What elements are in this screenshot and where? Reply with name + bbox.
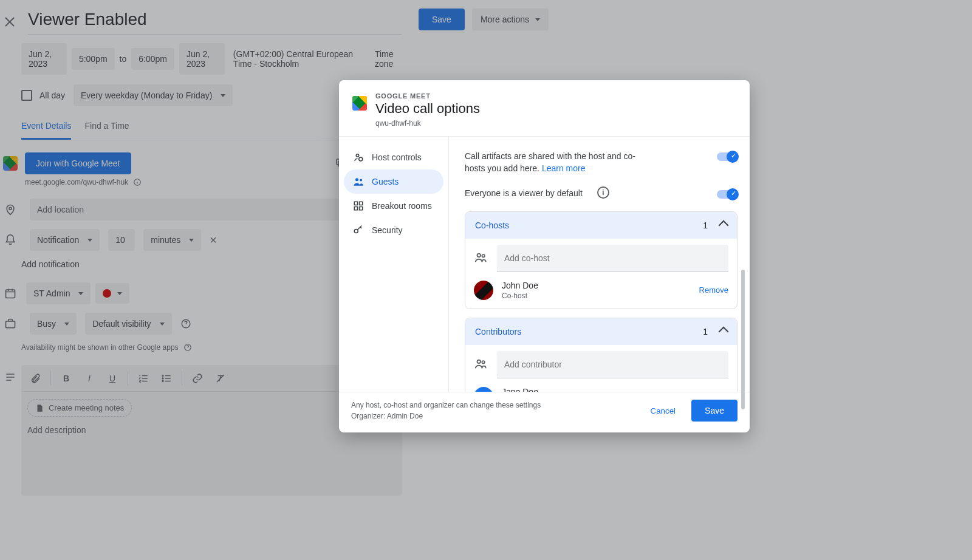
add-cohost-input[interactable]	[497, 245, 728, 272]
viewer-default-toggle[interactable]: ✓	[717, 190, 738, 199]
svg-point-21	[477, 253, 481, 257]
svg-point-12	[356, 154, 359, 157]
contributors-section: Contributors 1	[465, 318, 738, 392]
modal-scrollbar[interactable]	[741, 214, 745, 390]
svg-point-22	[482, 254, 484, 257]
nav-security[interactable]: Security	[344, 218, 443, 242]
nav-breakout-rooms[interactable]: Breakout rooms	[344, 194, 443, 218]
grid-icon	[352, 200, 364, 212]
contributors-header[interactable]: Contributors 1	[465, 318, 737, 345]
svg-point-15	[360, 179, 362, 182]
people-icon	[474, 251, 488, 266]
modal-eyebrow: GOOGLE MEET	[375, 92, 480, 100]
footer-note: Any host, co-host and organizer can chan…	[351, 400, 541, 411]
cohosts-count: 1	[703, 220, 708, 230]
organizer-name: Admin Doe	[387, 412, 423, 420]
svg-point-24	[482, 361, 484, 363]
organizer-label: Organizer:	[351, 412, 385, 420]
people-icon	[352, 176, 364, 188]
modal-save-button[interactable]: Save	[691, 400, 738, 422]
nav-guests[interactable]: Guests	[344, 169, 443, 194]
add-contributor-input[interactable]	[497, 351, 728, 378]
chevron-up-icon	[719, 326, 729, 336]
modal-meet-code: qwu-dhwf-huk	[375, 119, 480, 128]
cancel-button[interactable]: Cancel	[642, 400, 685, 422]
svg-point-20	[354, 230, 358, 233]
svg-rect-17	[360, 202, 363, 205]
modal-title: Video call options	[375, 101, 480, 117]
contributor-row: Jane Doe Contributor Remove	[474, 387, 728, 392]
avatar	[474, 281, 493, 300]
cohosts-header[interactable]: Co-hosts 1	[465, 212, 737, 239]
cohosts-title: Co-hosts	[475, 220, 509, 230]
nav-guests-label: Guests	[372, 177, 399, 186]
nav-breakout-label: Breakout rooms	[372, 201, 432, 211]
learn-more-link[interactable]: Learn more	[542, 163, 586, 173]
chevron-up-icon	[719, 220, 729, 230]
svg-point-23	[477, 360, 481, 363]
remove-cohost-link[interactable]: Remove	[699, 285, 728, 295]
people-icon	[474, 357, 488, 372]
avatar	[474, 387, 493, 392]
key-icon	[352, 224, 364, 236]
viewer-default-label: Everyone is a viewer by default	[465, 187, 583, 199]
svg-rect-16	[354, 202, 357, 205]
contributor-name: Jane Doe	[502, 387, 538, 392]
svg-point-13	[359, 157, 363, 161]
cohost-name: John Doe	[502, 281, 538, 290]
shield-person-icon	[352, 151, 364, 163]
info-icon[interactable]: i	[597, 186, 609, 199]
nav-host-controls[interactable]: Host controls	[344, 145, 443, 169]
cohosts-section: Co-hosts 1	[465, 211, 738, 309]
cohost-role: Co-host	[502, 292, 538, 300]
contributors-count: 1	[703, 327, 708, 336]
svg-point-14	[355, 178, 358, 181]
nav-host-controls-label: Host controls	[372, 152, 422, 162]
video-call-options-modal: GOOGLE MEET Video call options qwu-dhwf-…	[339, 80, 750, 432]
google-meet-icon	[352, 96, 367, 111]
artifacts-toggle[interactable]: ✓	[717, 152, 738, 161]
nav-security-label: Security	[372, 225, 403, 235]
artifacts-description: Call artifacts are shared with the host …	[465, 150, 647, 175]
contributors-title: Contributors	[475, 327, 521, 336]
cohost-row: John Doe Co-host Remove	[474, 281, 728, 300]
svg-rect-19	[360, 207, 363, 210]
svg-rect-18	[354, 207, 357, 210]
